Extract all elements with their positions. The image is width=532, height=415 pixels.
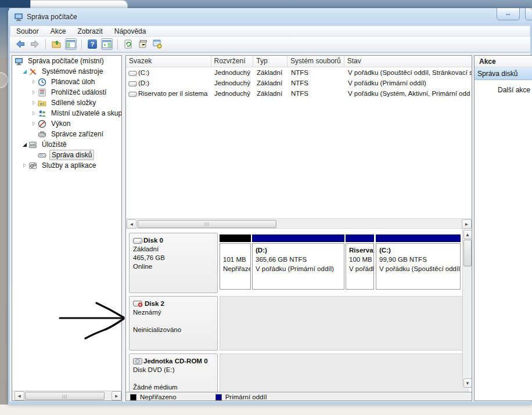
tree-item-spravce-zarizeni[interactable]: Správce zařízení xyxy=(12,129,121,139)
menu-akce[interactable]: Akce xyxy=(45,27,72,35)
col-svazek[interactable]: Svazek xyxy=(126,56,211,67)
expand-collapse-icon[interactable] xyxy=(31,78,38,85)
volume-list-horizontal-scrollbar[interactable]: ◄ ||| ► xyxy=(126,218,472,229)
volume-row-riservato[interactable]: Riservato per il sistema Jednoduchý Zákl… xyxy=(126,89,472,99)
show-hide-console-tree-icon[interactable] xyxy=(65,38,77,50)
tree-horizontal-scrollbar[interactable]: ◄ ||| ► xyxy=(12,391,121,400)
disk2-empty-area[interactable] xyxy=(220,296,468,351)
services-icon xyxy=(28,161,38,170)
actions-pane: Akce Správa disků Další akce xyxy=(474,55,532,401)
legend-primary-label: Primární oddíl xyxy=(225,394,267,400)
tree-item-sdilene-slozky[interactable]: Sdílené složky xyxy=(12,98,121,108)
disk-view-vertical-scrollbar[interactable]: ▲ ▼ xyxy=(462,229,472,388)
disk2-row: Disk 2 Neznámý Neinicializováno xyxy=(129,296,470,351)
configure-icon[interactable] xyxy=(152,38,163,50)
resize-button[interactable]: ⇔ xyxy=(497,8,520,20)
partition-c[interactable]: (C:) 99,90 GB NTFS V pořádku (Spouštěcí … xyxy=(376,234,461,290)
desktop-strip xyxy=(0,405,532,415)
partition-color-bar xyxy=(376,234,461,242)
scroll-left-icon[interactable]: ◄ xyxy=(15,391,24,400)
scrollbar-thumb[interactable]: ||| xyxy=(25,392,105,400)
tree-item-vykon[interactable]: Výkon xyxy=(12,118,121,129)
disk2-status: Neinicializováno xyxy=(133,326,214,334)
tree-item-prohlizec-udalosti[interactable]: Prohlížeč událostí xyxy=(12,87,121,98)
primary-partition-swatch xyxy=(215,394,222,400)
properties-icon[interactable] xyxy=(137,38,149,50)
tree-item-sprava-disku[interactable]: Správa disků xyxy=(12,150,121,160)
back-icon[interactable] xyxy=(15,38,26,50)
partition-d[interactable]: (D:) 365,66 GB NTFS V pořádku (Primární … xyxy=(252,234,344,290)
shared-folders-icon xyxy=(38,99,47,107)
actions-more[interactable]: Další akce xyxy=(475,86,532,94)
scroll-right-icon[interactable]: ► xyxy=(112,391,121,400)
partition-riservato[interactable]: Riservato per il sistema 100 MB V pořádk… xyxy=(346,234,374,290)
tree-item-mistni-uzivatele[interactable]: Místní uživatelé a skupiny xyxy=(12,108,121,118)
cdrom-type: Disk DVD (E:) xyxy=(133,366,214,374)
col-stav[interactable]: Stav xyxy=(344,56,472,67)
expander-spacer xyxy=(31,131,38,138)
scrollbar-thumb[interactable]: ||| xyxy=(138,220,276,228)
actions-sprava-disku[interactable]: Správa disků xyxy=(475,67,532,80)
clipped-caption-button[interactable] xyxy=(525,8,532,20)
disk0-label[interactable]: Disk 0 Základní 465,76 GB Online xyxy=(129,233,218,293)
partition-color-bar xyxy=(346,234,374,242)
system-tools-icon xyxy=(28,67,38,76)
scroll-right-icon[interactable]: ► xyxy=(462,219,472,229)
col-system-souboru[interactable]: Systém souborů xyxy=(287,56,344,67)
tree-item-systemove-nastroje[interactable]: Systémové nástroje xyxy=(12,66,121,77)
tree-item-sluzby-a-aplikace[interactable]: Služby a aplikace xyxy=(12,160,121,171)
help-icon[interactable]: ? xyxy=(87,38,98,50)
tree-item-sprava-pocitace[interactable]: Správa počítače (místní) xyxy=(12,56,121,66)
window-title: Správa počítače xyxy=(27,13,77,21)
refresh-icon[interactable] xyxy=(123,38,134,50)
disk0-status: Online xyxy=(133,262,214,271)
legend-unallocated-label: Nepřiřazeno xyxy=(140,394,177,400)
disk-icon xyxy=(133,238,142,244)
screen: Správa počítače ⇔ Soubor Akce Zobrazit N… xyxy=(0,0,532,415)
disk-management-pane: Svazek Rozvržení Typ Systém souborů Stav… xyxy=(125,55,472,401)
volume-row-d[interactable]: (D:) Jednoduchý Základní NTFS V pořádku … xyxy=(126,78,472,89)
menu-zobrazit[interactable]: Zobrazit xyxy=(71,27,108,35)
partition-color-bar xyxy=(220,234,251,242)
computer-icon xyxy=(15,57,24,66)
col-rozvrzeni[interactable]: Rozvržení xyxy=(211,56,254,67)
disk2-type: Neznámý xyxy=(133,308,214,317)
expand-collapse-icon[interactable] xyxy=(21,162,28,169)
scroll-down-icon[interactable]: ▼ xyxy=(463,378,472,388)
partition-legend: Nepřiřazeno Primární oddíl xyxy=(126,392,472,401)
expand-collapse-icon[interactable] xyxy=(31,110,38,117)
expander-spacer xyxy=(31,151,38,158)
scroll-up-icon[interactable]: ▲ xyxy=(463,230,472,239)
titlebar[interactable]: Správa počítače xyxy=(8,8,532,26)
console-tree-folder-icon[interactable] xyxy=(51,38,62,50)
cd-drive-icon xyxy=(133,358,142,365)
scroll-left-icon[interactable]: ◄ xyxy=(127,219,136,229)
disk-graphical-view: Disk 0 Základní 465,76 GB Online 101 MB … xyxy=(126,229,472,391)
expand-collapse-icon[interactable] xyxy=(21,141,28,148)
expand-collapse-icon[interactable] xyxy=(31,120,38,127)
local-users-icon xyxy=(38,109,47,118)
toolbar: ? xyxy=(10,37,530,52)
performance-icon xyxy=(38,120,47,128)
expand-collapse-icon[interactable] xyxy=(21,68,28,75)
menu-napoveda[interactable]: Nápověda xyxy=(109,27,152,35)
actions-header: Akce xyxy=(475,56,532,67)
scrollbar-thumb[interactable] xyxy=(463,240,472,266)
col-typ[interactable]: Typ xyxy=(253,56,287,67)
device-manager-icon xyxy=(38,130,47,139)
tree-item-uloziste[interactable]: Úložiště xyxy=(12,139,121,150)
show-hide-action-pane-icon[interactable] xyxy=(101,38,113,50)
partition-unallocated[interactable]: 101 MB Nepřiřazeno xyxy=(220,234,251,290)
tree-item-planovac-uloh[interactable]: Plánovač úloh xyxy=(12,77,121,87)
task-scheduler-icon xyxy=(38,78,47,86)
volume-row-c[interactable]: (C:) Jednoduchý Základní NTFS V pořádku … xyxy=(126,68,472,78)
expand-collapse-icon[interactable] xyxy=(31,99,38,106)
disk2-label[interactable]: Disk 2 Neznámý Neinicializováno xyxy=(129,296,218,351)
partition-color-bar xyxy=(252,234,344,242)
resize-icon: ⇔ xyxy=(505,10,512,18)
forward-icon[interactable] xyxy=(29,38,41,50)
expand-collapse-icon[interactable] xyxy=(31,89,38,96)
unallocated-swatch xyxy=(130,394,136,400)
disk0-type: Základní xyxy=(133,245,214,254)
menu-soubor[interactable]: Soubor xyxy=(10,27,45,35)
